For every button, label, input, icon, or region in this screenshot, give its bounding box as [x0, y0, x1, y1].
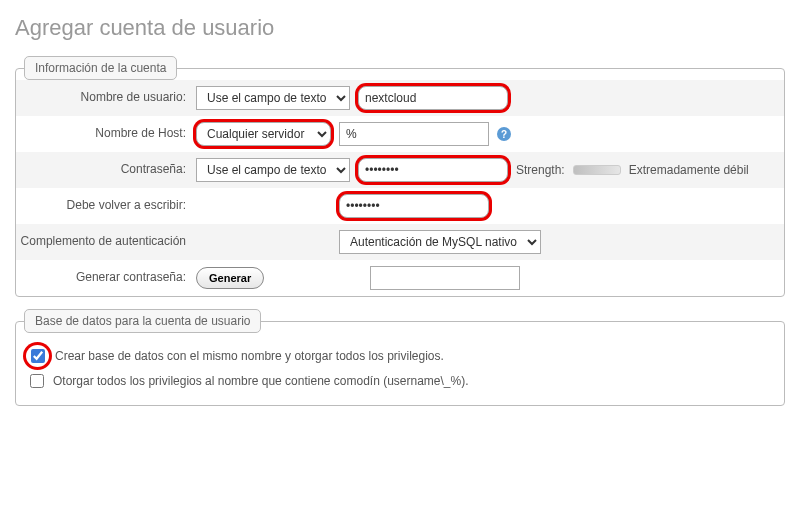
account-info-legend: Información de la cuenta	[24, 56, 177, 80]
username-mode-select[interactable]: Use el campo de texto	[196, 86, 350, 110]
page-title: Agregar cuenta de usuario	[15, 15, 785, 41]
password-input[interactable]	[358, 158, 508, 182]
wildcard-checkbox[interactable]	[30, 374, 44, 388]
strength-meter	[573, 165, 621, 175]
row-repeat: Debe volver a escribir:	[16, 188, 784, 224]
generate-label: Generar contraseña:	[16, 270, 196, 286]
row-host: Nombre de Host: Cualquier servidor ?	[16, 116, 784, 152]
repeat-label: Debe volver a escribir:	[16, 198, 196, 214]
generated-password-input[interactable]	[370, 266, 520, 290]
db-option-wildcard: Otorgar todos los privilegios al nombre …	[26, 371, 774, 391]
authplugin-select[interactable]: Autenticación de MySQL nativo	[339, 230, 541, 254]
password-label: Contraseña:	[16, 162, 196, 178]
row-username: Nombre de usuario: Use el campo de texto	[16, 80, 784, 116]
createdb-label: Crear base de datos con el mismo nombre …	[55, 349, 444, 363]
host-select[interactable]: Cualquier servidor	[196, 122, 331, 146]
db-option-createdb: Crear base de datos con el mismo nombre …	[26, 345, 774, 367]
authplugin-label: Complemento de autenticación	[16, 234, 196, 250]
repeat-password-input[interactable]	[339, 194, 489, 218]
host-input[interactable]	[339, 122, 489, 146]
generate-button[interactable]: Generar	[196, 267, 264, 289]
help-icon[interactable]: ?	[497, 127, 511, 141]
createdb-checkbox[interactable]	[31, 349, 45, 363]
row-password: Contraseña: Use el campo de texto Streng…	[16, 152, 784, 188]
account-info-fieldset: Información de la cuenta Nombre de usuar…	[15, 56, 785, 297]
row-authplugin: Complemento de autenticación Autenticaci…	[16, 224, 784, 260]
strength-text: Extremadamente débil	[629, 163, 749, 177]
password-mode-select[interactable]: Use el campo de texto	[196, 158, 350, 182]
host-label: Nombre de Host:	[16, 126, 196, 142]
row-generate: Generar contraseña: Generar	[16, 260, 784, 296]
username-label: Nombre de usuario:	[16, 90, 196, 106]
wildcard-label: Otorgar todos los privilegios al nombre …	[53, 374, 469, 388]
database-legend: Base de datos para la cuenta de usuario	[24, 309, 261, 333]
database-fieldset: Base de datos para la cuenta de usuario …	[15, 309, 785, 406]
strength-label: Strength:	[516, 163, 565, 177]
username-input[interactable]	[358, 86, 508, 110]
